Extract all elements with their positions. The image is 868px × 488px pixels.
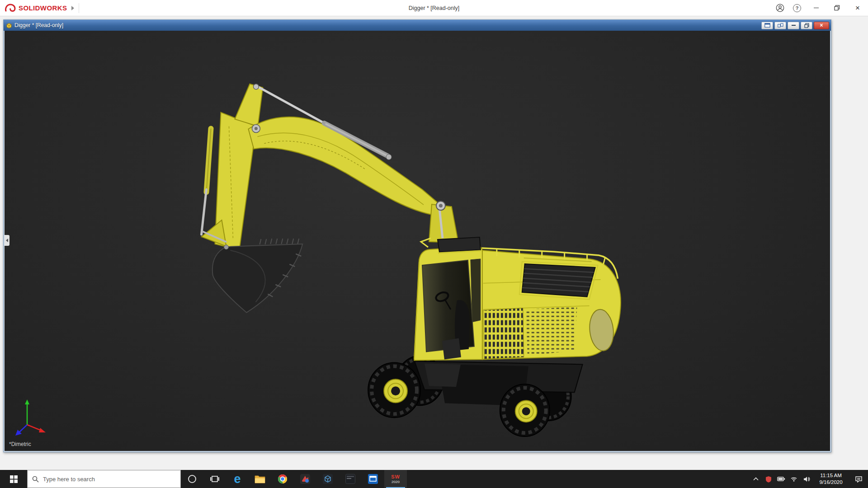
search-input[interactable]: [43, 476, 176, 483]
chevron-left-icon: [6, 239, 8, 242]
doc-close-button[interactable]: ×: [814, 22, 829, 29]
blue-window-app-icon: [368, 474, 378, 484]
volume-icon: [803, 476, 810, 482]
doc-window-tile-button[interactable]: [774, 22, 786, 29]
restore-icon: [804, 23, 809, 28]
graphics-viewport[interactable]: *Dimetric: [5, 31, 830, 451]
hidden-icons-chevron-icon: [753, 477, 759, 481]
blue-window-app-button[interactable]: [362, 470, 384, 488]
action-center-icon: [855, 476, 863, 483]
help-icon: ?: [793, 4, 801, 12]
desktop-screen: SOLIDWORKS Digger * [Read-only] ?: [0, 0, 868, 488]
minimize-icon: [814, 8, 819, 9]
search-icon: [32, 476, 39, 483]
close-icon: ×: [820, 23, 823, 28]
brand-text: SOLIDWORKS: [19, 4, 67, 12]
clock-date: 9/16/2020: [819, 479, 842, 486]
solidworks-app-button[interactable]: SW 2020: [384, 470, 407, 488]
solidworks-logo[interactable]: SOLIDWORKS: [0, 0, 83, 16]
document-window-buttons: ×: [761, 22, 829, 29]
boom-arm[interactable]: [202, 84, 443, 250]
excavator-3d-model[interactable]: [5, 31, 830, 451]
file-explorer-button[interactable]: [249, 470, 271, 488]
account-button[interactable]: [771, 0, 788, 16]
taskbar-clock[interactable]: 11:15 AM 9/16/2020: [813, 470, 849, 488]
minimize-button[interactable]: [806, 0, 826, 16]
boom-pivot-center: [439, 204, 443, 207]
tiled-windows-icon: [778, 23, 783, 28]
sw-tile-year: 2020: [392, 480, 400, 484]
system-tray: 11:15 AM 9/16/2020: [750, 470, 868, 488]
app-titlebar: SOLIDWORKS Digger * [Read-only] ?: [0, 0, 868, 16]
solidworks-logo-icon: [5, 4, 16, 12]
flyout-arrow-icon[interactable]: [71, 6, 74, 10]
security-tray-button[interactable]: [762, 470, 775, 488]
chrome-icon: [278, 474, 288, 484]
rear-wheel[interactable]: [500, 384, 550, 436]
edge-icon: e: [234, 470, 241, 488]
hidden-icons-button[interactable]: [750, 470, 762, 488]
media-app-icon: [300, 474, 310, 484]
workspace: Digger * [Read-only]: [0, 16, 868, 470]
edge-button[interactable]: e: [226, 470, 249, 488]
action-center-button[interactable]: [849, 470, 868, 488]
close-icon: ×: [855, 4, 860, 12]
divider: [79, 3, 79, 13]
chrome-button[interactable]: [271, 470, 294, 488]
cad-cube-app-button[interactable]: [316, 470, 339, 488]
caption-buttons: ? ×: [771, 0, 868, 16]
restore-icon: [834, 5, 840, 11]
document-title: Digger * [Read-only]: [14, 22, 63, 28]
clock-time: 11:15 AM: [820, 472, 842, 479]
cortana-button[interactable]: [181, 470, 203, 488]
dark-window-app-icon: [345, 474, 355, 484]
solidworks-app-icon: SW 2020: [391, 474, 400, 484]
dark-window-app-button[interactable]: [339, 470, 362, 488]
start-button[interactable]: [0, 470, 27, 488]
doc-restore-button[interactable]: [801, 22, 812, 29]
cad-cube-app-icon: [323, 474, 333, 484]
minimize-icon: [792, 25, 796, 26]
orientation-triad: [11, 397, 50, 438]
help-button[interactable]: ?: [788, 0, 806, 16]
cortana-icon: [188, 474, 197, 483]
volume-tray-button[interactable]: [800, 470, 813, 488]
cab[interactable]: [414, 237, 482, 360]
doc-window-pane-button[interactable]: [761, 22, 773, 29]
taskbar-search[interactable]: [27, 470, 181, 488]
doc-minimize-button[interactable]: [788, 22, 799, 29]
task-view-icon: [210, 475, 219, 483]
taskbar: e: [0, 470, 868, 488]
file-explorer-icon: [255, 474, 265, 483]
front-wheel[interactable]: [368, 362, 420, 418]
boom-mount[interactable]: [429, 204, 458, 243]
network-tray-button[interactable]: [788, 470, 800, 488]
battery-tray-button[interactable]: [775, 470, 788, 488]
account-icon: [776, 4, 784, 12]
wifi-icon: [790, 476, 797, 482]
close-button[interactable]: ×: [847, 0, 868, 16]
document-titlebar[interactable]: Digger * [Read-only]: [4, 20, 831, 31]
shield-icon: [765, 476, 772, 483]
media-app-button[interactable]: [294, 470, 316, 488]
assembly-file-icon[interactable]: [5, 22, 12, 29]
app-window-title: Digger * [Read-only]: [409, 5, 460, 11]
battery-icon: [777, 477, 785, 481]
bucket[interactable]: [212, 239, 303, 313]
window-pane-icon: [764, 23, 770, 28]
sw-tile-text: SW: [391, 474, 400, 479]
windows-start-icon: [10, 475, 18, 483]
task-view-button[interactable]: [203, 470, 226, 488]
view-orientation-label: *Dimetric: [9, 441, 31, 447]
restore-button[interactable]: [826, 0, 847, 16]
document-window: Digger * [Read-only]: [3, 19, 831, 452]
upper-body[interactable]: [482, 248, 621, 359]
collapsed-panel-tab[interactable]: [5, 235, 9, 246]
